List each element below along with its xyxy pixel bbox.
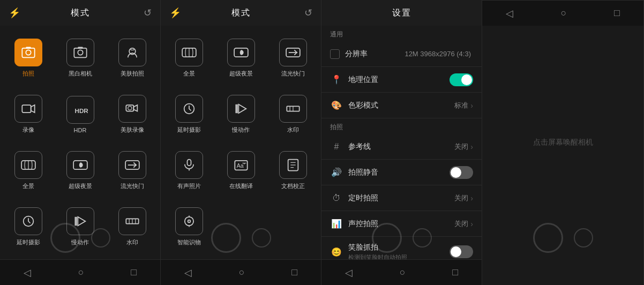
settings-mute[interactable]: 🔊 拍照静音	[321, 160, 482, 185]
mode-grid-2: 全景 超级夜景 流光快门 延时摄影 慢动作	[161, 26, 321, 259]
settings-location[interactable]: 📍 地理位置	[321, 67, 482, 93]
mode-panorama-2-icon	[175, 39, 203, 66]
smile-toggle-knob	[451, 246, 461, 257]
panel3-title: 设置	[392, 8, 411, 19]
timer-value: 关闭	[454, 193, 468, 203]
flash-icon[interactable]: ⚡	[9, 7, 20, 19]
svg-marker-26	[238, 104, 246, 113]
mode-smart[interactable]: 智能识物	[163, 199, 215, 255]
mode-docfix[interactable]: 文档校正	[267, 142, 319, 199]
mode-timelapse[interactable]: 延时摄影	[2, 199, 54, 255]
mode-panorama-icon-box	[14, 151, 42, 179]
smile-icon: 😊	[330, 247, 343, 257]
mode-timelapse-label: 延时摄影	[17, 238, 40, 246]
home-btn-2[interactable]: ○	[230, 264, 253, 281]
timer-content: 定时拍照	[348, 193, 454, 203]
mode-beauty-video[interactable]: 美肤录像	[106, 86, 158, 142]
mode-slowmo-2[interactable]: 慢动作	[215, 86, 267, 142]
mode-hdr[interactable]: HDR HDR	[54, 86, 106, 142]
mode-smart-icon	[175, 207, 203, 235]
mute-toggle[interactable]	[450, 166, 473, 179]
smile-sublabel: 检测到笑脸时自动拍照	[348, 253, 450, 259]
settings-timer[interactable]: ⏱ 定时拍照 关闭 ›	[321, 185, 482, 211]
mode-slowshutter-2[interactable]: 流光快门	[267, 30, 319, 86]
mode-photo[interactable]: 拍照	[2, 30, 54, 86]
mode-watermark-label: 水印	[126, 238, 138, 246]
mode-panorama-2[interactable]: 全景	[163, 30, 215, 86]
back-btn-2[interactable]: ◁	[176, 264, 200, 282]
settings-guideline[interactable]: # 参考线 关闭 ›	[321, 134, 482, 160]
mode-beauty-video-label: 美肤录像	[121, 126, 144, 134]
mute-content: 拍照静音	[348, 167, 450, 177]
recent-btn-2[interactable]: □	[283, 264, 306, 281]
mode-night-2[interactable]: 超级夜景	[215, 30, 267, 86]
resolution-value: 12M 3968x2976 (4:3)	[405, 50, 471, 58]
mode-beauty[interactable]: 美肤拍照	[106, 30, 158, 86]
recent-btn-4[interactable]: □	[605, 4, 628, 22]
timer-arrow: ›	[470, 194, 473, 202]
mode-slowmo[interactable]: 慢动作	[54, 199, 106, 255]
home-btn-4[interactable]: ○	[552, 4, 575, 22]
smile-content: 笑脸抓拍 检测到笑脸时自动拍照	[348, 242, 450, 259]
mode-timelapse-2[interactable]: 延时摄影	[163, 86, 215, 142]
location-label: 地理位置	[348, 75, 378, 84]
svg-point-1	[26, 50, 31, 55]
mode-audio[interactable]: 有声照片	[163, 142, 215, 199]
back-btn-3[interactable]: ◁	[336, 264, 361, 282]
mode-video[interactable]: 录像	[2, 86, 54, 142]
settings-voice[interactable]: 📊 声控拍照 关闭 ›	[321, 211, 482, 237]
resolution-checkbox[interactable]	[330, 49, 340, 59]
smile-toggle[interactable]	[450, 245, 473, 258]
flash-icon-2[interactable]: ⚡	[169, 7, 181, 19]
video-btn-4	[574, 228, 593, 248]
back-btn-4[interactable]: ◁	[497, 4, 522, 22]
panel-modes-2: ⚡ 模式 ↺ 全景 超级夜景 流光快门	[161, 0, 321, 285]
back-btn-1[interactable]: ◁	[15, 264, 40, 282]
location-toggle[interactable]	[450, 73, 473, 86]
mode-watermark-2[interactable]: 水印	[267, 86, 319, 142]
mode-slowmo-2-icon	[227, 95, 255, 123]
recent-btn-1[interactable]: □	[122, 264, 145, 281]
mute-label: 拍照静音	[348, 168, 378, 176]
timer-label: 定时拍照	[348, 193, 378, 202]
mode-beauty-video-icon-box	[118, 95, 146, 123]
mode-slowshutter-label: 流光快门	[121, 182, 144, 190]
mode-watermark[interactable]: 水印	[106, 199, 158, 255]
panel-sleep[interactable]: 点击屏幕唤醒相机 ◁ ○ □	[482, 0, 644, 285]
rotate-icon-2[interactable]: ↺	[304, 7, 312, 19]
mode-bw[interactable]: 黑白相机	[54, 30, 106, 86]
volume-icon: 🔊	[330, 167, 343, 177]
mode-hdr-label: HDR	[74, 127, 87, 133]
mode-timelapse-2-icon	[175, 95, 203, 123]
mode-watermark-icon-box	[118, 207, 146, 235]
svg-point-10	[128, 106, 131, 110]
settings-resolution[interactable]: 分辨率 12M 3968x2976 (4:3)	[321, 41, 482, 67]
mode-timelapse-2-label: 延时摄影	[177, 126, 201, 134]
home-btn-1[interactable]: ○	[70, 264, 93, 281]
mode-slowmo-label: 慢动作	[71, 238, 89, 246]
mode-panorama[interactable]: 全景	[2, 142, 54, 199]
mode-night[interactable]: 超级夜景	[54, 142, 106, 199]
mode-audio-label: 有声照片	[177, 182, 201, 190]
mode-video-label: 录像	[23, 126, 34, 134]
settings-color[interactable]: 🎨 色彩模式 标准 ›	[321, 93, 482, 118]
mode-slowmo-icon-box	[66, 207, 94, 235]
voice-value: 关闭	[454, 219, 468, 229]
color-icon: 🎨	[330, 100, 343, 110]
mode-slowshutter[interactable]: 流光快门	[106, 142, 158, 199]
bottombar-4: ◁ ○ □	[482, 0, 643, 26]
rotate-icon[interactable]: ↺	[144, 7, 152, 19]
color-value: 标准	[454, 101, 468, 110]
svg-rect-5	[78, 47, 83, 49]
recent-btn-3[interactable]: □	[444, 264, 467, 281]
panel1-title: 模式	[71, 8, 90, 19]
topbar-1: ⚡ 模式 ↺	[0, 0, 160, 26]
settings-smile[interactable]: 😊 笑脸抓拍 检测到笑脸时自动拍照	[321, 237, 482, 259]
mode-translate[interactable]: Aa 在线翻译	[215, 142, 267, 199]
home-btn-3[interactable]: ○	[391, 264, 414, 281]
color-arrow: ›	[470, 101, 473, 110]
color-label: 色彩模式	[348, 101, 378, 109]
mode-grid-1: 拍照 黑白相机 美肤拍照 录像 HDR HDR	[0, 26, 160, 259]
svg-rect-2	[26, 47, 31, 49]
mode-hdr-icon-box: HDR	[66, 96, 94, 124]
